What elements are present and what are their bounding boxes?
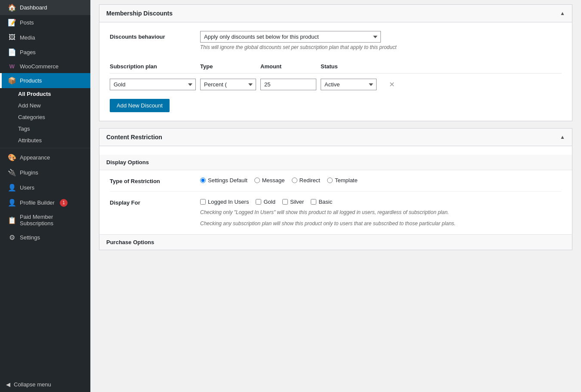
radio-message[interactable]: Message <box>254 177 285 184</box>
radio-template-label: Template <box>335 177 358 184</box>
pages-icon: 📄 <box>8 48 16 56</box>
discount-type-select[interactable]: Percent ( Fixed ($) <box>200 79 256 90</box>
radio-template-input[interactable] <box>327 178 333 183</box>
sidebar-sub-add-new[interactable]: Add New <box>0 100 90 111</box>
col-status: Status <box>321 63 377 70</box>
discounts-behaviour-content: Apply only discounts set below for this … <box>200 31 562 50</box>
sidebar-sub-label: Categories <box>18 114 45 120</box>
restriction-radio-group: Settings Default Message Redirect T <box>200 177 358 184</box>
plugins-icon: 🔌 <box>8 168 16 177</box>
media-icon: 🖼 <box>8 34 16 41</box>
checkbox-silver-input[interactable] <box>282 199 288 205</box>
display-for-row: Display For Logged In Users Gold <box>110 192 562 234</box>
sidebar-item-media[interactable]: 🖼 Media <box>0 30 90 45</box>
sidebar: 🏠 Dashboard 📝 Posts 🖼 Media 📄 Pages W Wo… <box>0 0 90 392</box>
display-for-checkboxes: Logged In Users Gold Silver Basic <box>200 199 456 205</box>
col-amount: Amount <box>260 63 316 70</box>
sidebar-item-label: Products <box>20 77 42 84</box>
sidebar-item-label: Dashboard <box>20 4 47 11</box>
checkbox-gold[interactable]: Gold <box>256 199 275 205</box>
paid-member-icon: 📋 <box>8 216 16 224</box>
type-of-restriction-row: Type of Restriction Settings Default Mes… <box>110 170 562 192</box>
discount-plan-select[interactable]: Gold Silver Basic <box>110 79 196 90</box>
products-icon: 📦 <box>8 77 16 85</box>
radio-redirect[interactable]: Redirect <box>292 177 320 184</box>
radio-template[interactable]: Template <box>327 177 358 184</box>
restriction-options: Settings Default Message Redirect T <box>200 177 358 184</box>
sidebar-item-label: Media <box>20 34 35 41</box>
radio-settings-default[interactable]: Settings Default <box>200 177 247 184</box>
display-for-label: Display For <box>110 199 192 206</box>
content-restriction-body: Display Options Type of Restriction Sett… <box>99 146 572 250</box>
sidebar-item-posts[interactable]: 📝 Posts <box>0 15 90 30</box>
settings-icon: ⚙ <box>8 233 16 242</box>
discounts-behaviour-select[interactable]: Apply only discounts set below for this … <box>200 31 381 43</box>
type-of-restriction-label: Type of Restriction <box>110 177 192 184</box>
radio-redirect-input[interactable] <box>292 178 297 183</box>
collapse-icon: ◀ <box>6 381 10 388</box>
sidebar-item-paid-member[interactable]: 📋 Paid Member Subscriptions <box>0 210 90 230</box>
sidebar-item-dashboard[interactable]: 🏠 Dashboard <box>0 0 90 15</box>
content-restriction-panel: Content Restriction ▲ Display Options Ty… <box>99 128 572 250</box>
collapse-label: Collapse menu <box>14 381 51 388</box>
radio-settings-default-input[interactable] <box>200 178 206 183</box>
sidebar-item-plugins[interactable]: 🔌 Plugins <box>0 165 90 180</box>
users-icon: 👤 <box>8 184 16 192</box>
membership-discounts-body: Discounts behaviour Apply only discounts… <box>99 22 572 121</box>
discounts-behaviour-label: Discounts behaviour <box>110 31 192 40</box>
display-for-hint1: Checking only "Logged In Users" will sho… <box>200 208 456 216</box>
radio-message-input[interactable] <box>254 178 260 183</box>
checkbox-gold-input[interactable] <box>256 199 261 205</box>
woocommerce-icon: W <box>8 63 16 70</box>
display-options-header: Display Options <box>99 155 572 170</box>
sidebar-sub-label: All Products <box>18 91 51 97</box>
content-restriction-header: Content Restriction ▲ <box>99 129 572 146</box>
sidebar-sub-tags[interactable]: Tags <box>0 123 90 135</box>
discount-table-header: Subscription plan Type Amount Status <box>110 59 562 74</box>
checkbox-basic[interactable]: Basic <box>311 199 332 205</box>
sidebar-item-products[interactable]: 📦 Products <box>0 73 90 88</box>
remove-discount-button[interactable]: ✕ <box>381 80 402 89</box>
posts-icon: 📝 <box>8 18 16 27</box>
sidebar-item-appearance[interactable]: 🎨 Appearance <box>0 150 90 165</box>
sidebar-item-label: Paid Member Subscriptions <box>20 214 84 227</box>
sidebar-item-woocommerce[interactable]: W WooCommerce <box>0 60 90 73</box>
membership-discounts-header: Membership Discounts ▲ <box>99 5 572 22</box>
checkbox-basic-input[interactable] <box>311 199 316 205</box>
sidebar-item-label: Pages <box>20 49 36 55</box>
sidebar-item-label: Users <box>20 184 34 191</box>
sidebar-item-label: Profile Builder <box>20 199 55 206</box>
checkbox-gold-label: Gold <box>263 199 275 205</box>
col-plan: Subscription plan <box>110 63 196 70</box>
profile-builder-badge: 1 <box>60 199 68 207</box>
sidebar-item-label: Plugins <box>20 169 38 176</box>
sidebar-sub-label: Add New <box>18 102 41 109</box>
sidebar-sub-all-products[interactable]: All Products <box>0 88 90 100</box>
content-restriction-toggle[interactable]: ▲ <box>560 134 565 140</box>
checkbox-logged-in[interactable]: Logged In Users <box>200 199 249 205</box>
radio-settings-default-label: Settings Default <box>208 177 247 184</box>
sidebar-collapse[interactable]: ◀ Collapse menu <box>0 377 90 392</box>
checkbox-logged-in-input[interactable] <box>200 199 206 205</box>
sidebar-item-profile-builder[interactable]: 👤 Profile Builder 1 <box>0 195 90 210</box>
membership-discounts-title: Membership Discounts <box>106 10 173 17</box>
discount-amount-input[interactable] <box>260 79 316 90</box>
sidebar-sub-attributes[interactable]: Attributes <box>0 135 90 146</box>
radio-message-label: Message <box>262 177 285 184</box>
sidebar-item-pages[interactable]: 📄 Pages <box>0 45 90 60</box>
col-type: Type <box>200 63 256 70</box>
sidebar-item-settings[interactable]: ⚙ Settings <box>0 230 90 245</box>
add-new-discount-button[interactable]: Add New Discount <box>110 99 170 112</box>
membership-discounts-toggle[interactable]: ▲ <box>560 10 565 16</box>
checkbox-silver[interactable]: Silver <box>282 199 304 205</box>
sidebar-item-users[interactable]: 👤 Users <box>0 180 90 195</box>
checkbox-basic-label: Basic <box>318 199 332 205</box>
discount-status-select[interactable]: Active Inactive <box>321 79 377 90</box>
sidebar-sub-categories[interactable]: Categories <box>0 111 90 123</box>
discounts-behaviour-row: Discounts behaviour Apply only discounts… <box>110 31 562 50</box>
sidebar-sub-label: Tags <box>18 126 30 132</box>
sidebar-item-label: WooCommerce <box>20 63 59 70</box>
sidebar-item-label: Posts <box>20 19 34 26</box>
sidebar-item-label: Settings <box>20 234 40 241</box>
display-for-content: Logged In Users Gold Silver Basic <box>200 199 456 227</box>
